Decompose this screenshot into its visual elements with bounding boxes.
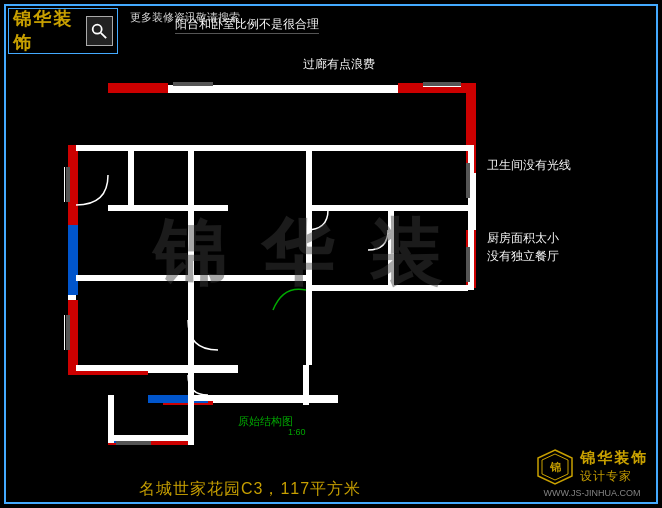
brand-icon: 锦 — [536, 448, 574, 486]
svg-rect-9 — [108, 83, 168, 93]
svg-rect-20 — [108, 205, 228, 211]
brand-row: 锦 锦华装饰 设计专家 — [536, 448, 648, 486]
logo-text: 锦华装饰 — [13, 7, 86, 55]
annotation-corridor: 过廊有点浪费 — [303, 56, 375, 73]
svg-rect-43 — [470, 163, 471, 198]
svg-rect-38 — [173, 82, 213, 86]
bottom-title: 名城世家花园C3，117平方米 — [139, 480, 361, 497]
svg-rect-49 — [64, 315, 65, 350]
annotation-bathroom: 卫生间没有光线 — [487, 157, 571, 174]
svg-rect-46 — [66, 167, 70, 202]
bottom-right-brand: 锦 锦华装饰 设计专家 WWW.JS-JINHUA.COM — [536, 448, 648, 498]
svg-rect-27 — [306, 205, 468, 211]
svg-rect-32 — [188, 365, 194, 445]
svg-rect-41 — [423, 86, 461, 87]
svg-rect-37 — [128, 145, 134, 205]
svg-rect-48 — [66, 315, 70, 350]
brand-url: WWW.JS-JINHUA.COM — [544, 488, 641, 498]
brand-name: 锦华装饰 — [580, 449, 648, 468]
svg-rect-34 — [194, 395, 309, 401]
svg-rect-47 — [64, 167, 65, 202]
svg-rect-28 — [306, 285, 468, 291]
svg-point-0 — [93, 25, 102, 34]
svg-rect-39 — [173, 86, 213, 87]
svg-rect-30 — [388, 205, 394, 285]
svg-rect-35 — [303, 365, 309, 405]
svg-rect-42 — [466, 163, 470, 198]
svg-text:原始结构图: 原始结构图 — [238, 415, 293, 427]
bottom-title-container: 名城世家花园C3，117平方米 — [0, 479, 500, 500]
svg-text:锦: 锦 — [549, 461, 561, 473]
annotation-kitchen: 厨房面积太小 — [487, 230, 559, 247]
svg-rect-45 — [470, 247, 471, 282]
brand-subtitle: 设计专家 — [580, 468, 648, 485]
svg-rect-50 — [116, 441, 151, 445]
svg-rect-33 — [108, 435, 194, 441]
annotation-dining: 没有独立餐厅 — [487, 248, 559, 265]
svg-rect-16 — [68, 225, 78, 295]
svg-rect-26 — [306, 145, 468, 151]
search-button[interactable] — [86, 16, 113, 46]
svg-text:1:60: 1:60 — [288, 427, 306, 437]
svg-rect-22 — [76, 365, 236, 371]
svg-rect-36 — [188, 145, 194, 275]
svg-line-1 — [101, 33, 106, 38]
annotation-balcony: 阳台和卧室比例不是很合理 — [175, 16, 319, 34]
svg-rect-40 — [423, 82, 461, 86]
search-icon — [90, 22, 108, 40]
brand-name-block: 锦华装饰 设计专家 — [580, 449, 648, 485]
logo-box: 锦华装饰 — [8, 8, 118, 54]
svg-rect-44 — [466, 247, 470, 282]
